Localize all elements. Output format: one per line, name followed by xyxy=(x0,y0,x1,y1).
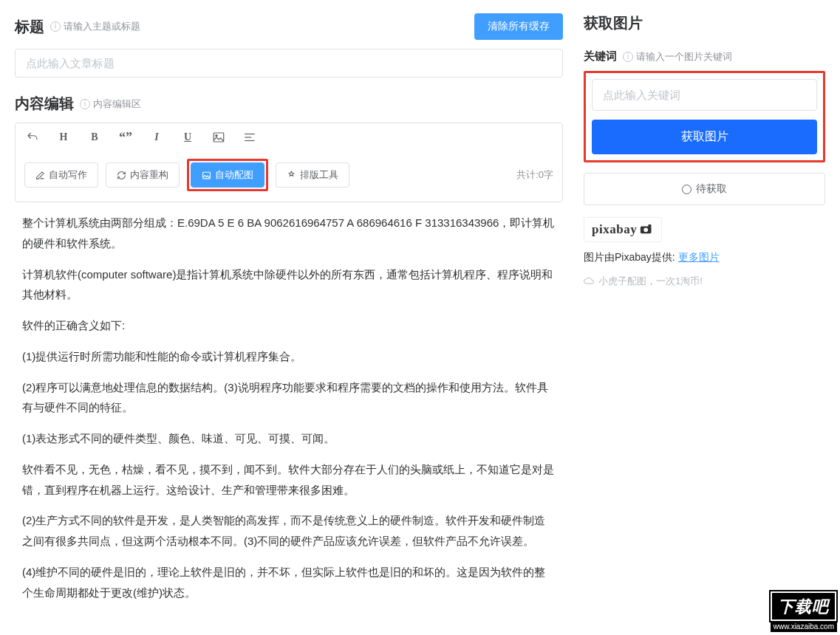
provider-line: 图片由Pixabay提供: 更多图片 xyxy=(584,251,825,264)
highlight-keyword-box: 获取图片 xyxy=(584,71,825,162)
align-icon[interactable] xyxy=(242,129,258,145)
content-hint: i 内容编辑区 xyxy=(80,97,141,111)
heading-icon[interactable]: H xyxy=(55,129,72,145)
fetch-status: 待获取 xyxy=(584,173,825,205)
content-area[interactable]: 整个计算机系统由两部分组成：E.69DA 5 E 6 BA 9062616964… xyxy=(15,202,563,623)
info-icon: i xyxy=(50,21,61,32)
title-section-label: 标题 xyxy=(15,17,44,37)
paragraph: (1)提供运行时所需功能和性能的命令或计算机程序集合。 xyxy=(22,346,556,367)
svg-point-7 xyxy=(643,227,648,232)
svg-rect-0 xyxy=(214,133,224,142)
keyword-label: 关键词 xyxy=(584,49,617,64)
keyword-input[interactable] xyxy=(592,79,817,111)
paragraph: (2)程序可以满意地处理信息的数据结构。(3)说明程序功能要求和程序需要的文档的… xyxy=(22,377,556,419)
keyword-hint: i 请输入一个图片关键词 xyxy=(623,50,732,64)
paragraph: (4)维护不同的硬件是旧的，理论上软件是旧的，并不坏，但实际上软件也是旧的和坏的… xyxy=(22,562,556,603)
underline-icon[interactable]: U xyxy=(180,129,196,145)
paragraph: (2)生产方式不同的软件是开发，是人类智能的高发挥，而不是传统意义上的硬件制造。… xyxy=(22,510,556,552)
svg-rect-8 xyxy=(649,224,652,227)
cloud-icon xyxy=(584,277,595,286)
watermark: 下载吧 www.xiazaiba.com xyxy=(771,591,837,632)
footer-hint: 小虎子配图，一次1淘币! xyxy=(584,275,825,288)
sidebar-title: 获取图片 xyxy=(584,13,825,33)
auto-write-button[interactable]: 自动写作 xyxy=(24,162,98,188)
action-toolbar: 自动写作 内容重构 自动配图 排版工具 共计:0字 xyxy=(16,151,562,202)
svg-point-1 xyxy=(216,135,217,137)
char-count: 共计:0字 xyxy=(516,168,553,182)
restructure-button[interactable]: 内容重构 xyxy=(106,162,180,188)
title-hint: i 请输入主题或标题 xyxy=(50,20,140,33)
highlight-auto-image: 自动配图 xyxy=(187,159,268,191)
fetch-image-button[interactable]: 获取图片 xyxy=(592,120,817,154)
format-toolbar: H B “” I U xyxy=(16,123,562,151)
italic-icon[interactable]: I xyxy=(148,129,165,145)
paragraph: (1)表达形式不同的硬件类型、颜色、味道、可见、可摸、可闻。 xyxy=(22,428,556,449)
paragraph: 计算机软件(computer software)是指计算机系统中除硬件以外的所有… xyxy=(22,264,556,306)
content-section-label: 内容编辑 xyxy=(15,94,74,114)
camera-icon xyxy=(639,223,654,238)
image-icon[interactable] xyxy=(211,129,227,145)
paragraph: 整个计算机系统由两部分组成：E.69DA 5 E 6 BA 9062616964… xyxy=(22,213,556,254)
paragraph: 软件看不见，无色，枯燥，看不见，摸不到，闻不到。软件大部分存在于人们的头脑或纸上… xyxy=(22,459,556,501)
info-icon: i xyxy=(623,52,633,62)
article-title-input[interactable] xyxy=(15,49,563,78)
bold-icon[interactable]: B xyxy=(86,129,103,145)
status-circle-icon xyxy=(682,185,692,194)
editor-box: H B “” I U 自动写作 内容重构 xyxy=(15,123,563,202)
info-icon: i xyxy=(80,99,90,109)
paragraph: 软件的正确含义如下: xyxy=(22,315,556,336)
layout-tool-button[interactable]: 排版工具 xyxy=(276,162,349,188)
quote-icon[interactable]: “” xyxy=(117,129,134,145)
provider-logo: pixabay xyxy=(584,217,662,242)
more-images-link[interactable]: 更多图片 xyxy=(678,251,720,263)
auto-image-button[interactable]: 自动配图 xyxy=(191,162,264,188)
undo-icon[interactable] xyxy=(24,129,41,145)
clear-cache-button[interactable]: 清除所有缓存 xyxy=(474,13,563,40)
